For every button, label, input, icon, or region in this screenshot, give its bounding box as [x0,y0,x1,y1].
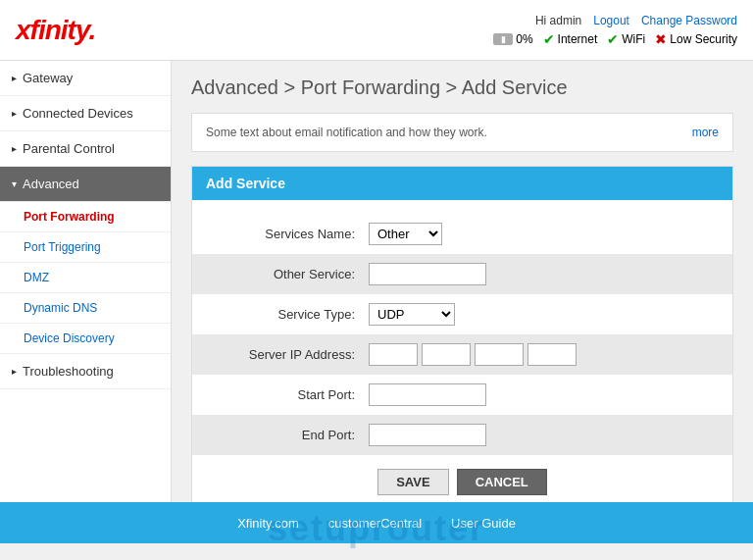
footer-link-xfinity[interactable]: Xfinity.com [237,516,299,531]
start-port-input[interactable] [369,383,486,406]
other-service-row: Other Service: [192,254,732,294]
arrow-icon: ▸ [12,366,17,377]
start-port-label: Start Port: [212,387,369,402]
sidebar-subitem-device-discovery[interactable]: Device Discovery [0,324,171,354]
sidebar-item-connected-devices[interactable]: ▸ Connected Devices [0,96,171,131]
services-name-control: Other HTTP HTTPS FTP Custom [369,223,442,245]
internet-label: Internet [558,32,598,46]
sidebar-item-label: Parental Control [23,141,115,156]
content-area: Advanced > Port Forwarding > Add Service… [172,61,753,502]
other-service-label: Other Service: [212,267,369,281]
start-port-control [369,383,486,406]
arrow-icon-down: ▾ [12,178,17,189]
internet-ok-icon: ✔ [543,31,555,47]
other-service-control [369,263,486,285]
save-button[interactable]: SAVE [377,469,448,495]
arrow-icon: ▸ [12,73,17,83]
info-box: Some text about email notification and h… [191,113,733,152]
service-type-row: Service Type: UDP TCP TCP/UDP [192,294,732,334]
battery-pct: 0% [516,32,532,46]
form-body: Services Name: Other HTTP HTTPS FTP Cust… [192,200,732,502]
breadcrumb: Advanced > Port Forwarding > Add Service [191,76,568,98]
arrow-icon: ▸ [12,143,17,154]
greeting: Hi admin [535,14,581,27]
logo: xfinity. [16,15,95,46]
services-name-select[interactable]: Other HTTP HTTPS FTP Custom [369,223,442,245]
ip-octet-4[interactable] [527,343,577,366]
service-type-control: UDP TCP TCP/UDP [369,303,455,326]
service-type-label: Service Type: [212,307,369,322]
internet-status: ✔ Internet [543,31,598,47]
end-port-input[interactable] [369,424,486,446]
wifi-label: WiFi [622,32,645,46]
footer: setuprouter Xfinity.com customerCentral … [0,502,753,543]
service-type-select[interactable]: UDP TCP TCP/UDP [369,303,455,326]
info-more-link[interactable]: more [692,126,719,139]
sidebar-subitem-dynamic-dns[interactable]: Dynamic DNS [0,293,171,324]
form-header: Add Service [192,167,732,200]
sidebar-item-gateway[interactable]: ▸ Gateway [0,61,171,96]
start-port-row: Start Port: [192,375,732,415]
sidebar: ▸ Gateway ▸ Connected Devices ▸ Parental… [0,61,172,502]
header-top: Hi admin Logout Change Password [535,14,737,27]
info-text: Some text about email notification and h… [206,126,487,139]
button-row: SAVE CANCEL [192,455,732,502]
header-right: Hi admin Logout Change Password ▮ 0% ✔ I… [493,14,737,47]
server-ip-row: Server IP Address: [192,334,732,375]
sidebar-item-troubleshooting[interactable]: ▸ Troubleshooting [0,354,171,389]
wifi-ok-icon: ✔ [607,31,619,47]
footer-link-customer-central[interactable]: customerCentral [328,516,422,531]
sidebar-item-advanced[interactable]: ▾ Advanced [0,167,171,202]
services-name-label: Services Name: [212,227,369,241]
battery-icon: ▮ [493,33,513,45]
server-ip-control [369,343,577,366]
header: xfinity. Hi admin Logout Change Password… [0,0,753,61]
sidebar-subitem-dmz[interactable]: DMZ [0,263,171,293]
server-ip-label: Server IP Address: [212,347,369,362]
ip-octet-3[interactable] [475,343,524,366]
security-warn-icon: ✖ [655,31,667,47]
services-name-row: Services Name: Other HTTP HTTPS FTP Cust… [192,214,732,254]
security-label: Low Security [670,32,737,46]
page-title: Advanced > Port Forwarding > Add Service [191,76,733,99]
end-port-row: End Port: [192,415,732,455]
add-service-form: Add Service Services Name: Other HTTP HT… [191,166,733,502]
sidebar-subitem-port-forwarding[interactable]: Port Forwarding [0,202,171,232]
end-port-label: End Port: [212,428,369,442]
security-status: ✖ Low Security [655,31,737,47]
battery-status: ▮ 0% [493,32,532,46]
sidebar-item-label: Advanced [23,177,79,191]
logout-link[interactable]: Logout [593,14,629,27]
sidebar-item-label: Troubleshooting [23,364,114,379]
sidebar-item-label: Connected Devices [23,106,133,121]
end-port-control [369,424,486,446]
arrow-icon: ▸ [12,108,17,119]
ip-octet-1[interactable] [369,343,418,366]
wifi-status: ✔ WiFi [607,31,645,47]
sidebar-subitem-port-triggering[interactable]: Port Triggering [0,232,171,263]
footer-link-user-guide[interactable]: User Guide [451,516,516,531]
ip-octet-2[interactable] [422,343,471,366]
other-service-input[interactable] [369,263,486,285]
change-password-link[interactable]: Change Password [641,14,737,27]
logo-text: xfinity. [16,15,95,46]
sidebar-item-label: Gateway [23,71,73,85]
main-layout: ▸ Gateway ▸ Connected Devices ▸ Parental… [0,61,753,502]
cancel-button[interactable]: CANCEL [457,469,547,495]
sidebar-item-parental-control[interactable]: ▸ Parental Control [0,131,171,167]
header-status: ▮ 0% ✔ Internet ✔ WiFi ✖ Low Security [493,31,737,47]
